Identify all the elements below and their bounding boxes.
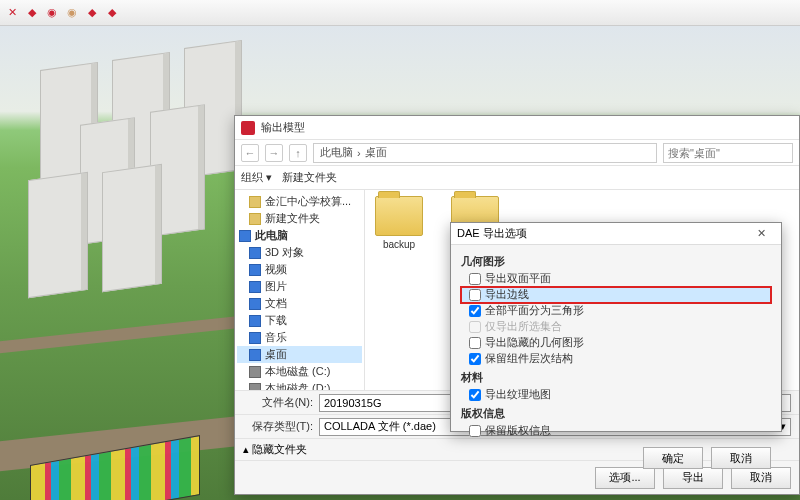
dialog-title: 输出模型 xyxy=(261,120,305,135)
section-header: 版权信息 xyxy=(461,406,771,421)
dialog-titlebar: 输出模型 xyxy=(235,116,799,140)
dialog-command-bar: 组织 ▾ 新建文件夹 xyxy=(235,166,799,190)
filetype-label: 保存类型(T): xyxy=(243,419,313,434)
tool-icon[interactable]: ✕ xyxy=(4,5,20,21)
option-checkbox-row[interactable]: 保留组件层次结构 xyxy=(461,351,771,367)
breadcrumb[interactable]: 此电脑 › 桌面 xyxy=(313,143,657,163)
tool-icon[interactable]: ◆ xyxy=(84,5,100,21)
checkbox xyxy=(469,321,481,333)
option-checkbox-row[interactable]: 全部平面分为三角形 xyxy=(461,303,771,319)
tree-node[interactable]: 本地磁盘 (D:) xyxy=(237,380,362,390)
dialog-navbar: ← → ↑ 此电脑 › 桌面 xyxy=(235,140,799,166)
option-checkbox-row[interactable]: 导出双面平面 xyxy=(461,271,771,287)
ok-button[interactable]: 确定 xyxy=(643,447,703,469)
tree-node[interactable]: 下载 xyxy=(237,312,362,329)
option-checkbox-row[interactable]: 导出隐藏的几何图形 xyxy=(461,335,771,351)
tree-node[interactable]: 金汇中心学校算... xyxy=(237,193,362,210)
main-toolbar: ✕ ◆ ◉ ◉ ◆ ◆ xyxy=(0,0,800,26)
tree-node[interactable]: 视频 xyxy=(237,261,362,278)
checkbox[interactable] xyxy=(469,353,481,365)
app-icon xyxy=(241,121,255,135)
hide-folders-toggle[interactable]: ▴ 隐藏文件夹 xyxy=(243,442,307,457)
tree-node[interactable]: 音乐 xyxy=(237,329,362,346)
checkbox[interactable] xyxy=(469,305,481,317)
tool-icon[interactable]: ◉ xyxy=(64,5,80,21)
tree-node[interactable]: 3D 对象 xyxy=(237,244,362,261)
options-title: DAE 导出选项 xyxy=(457,226,527,241)
checkbox[interactable] xyxy=(469,337,481,349)
close-button[interactable]: ✕ xyxy=(747,225,775,243)
folder-icon xyxy=(375,196,423,236)
checkbox[interactable] xyxy=(469,389,481,401)
section-header: 材料 xyxy=(461,370,771,385)
folder-item[interactable]: backup xyxy=(371,196,427,250)
tree-node[interactable]: 文档 xyxy=(237,295,362,312)
options-cancel-button[interactable]: 取消 xyxy=(711,447,771,469)
filename-label: 文件名(N): xyxy=(243,395,313,410)
dae-options-dialog: DAE 导出选项 ✕ 几何图形导出双面平面导出边线全部平面分为三角形仅导出所选集… xyxy=(450,222,782,432)
nav-forward-button[interactable]: → xyxy=(265,144,283,162)
option-checkbox-row[interactable]: 导出纹理地图 xyxy=(461,387,771,403)
search-input[interactable] xyxy=(663,143,793,163)
nav-up-button[interactable]: ↑ xyxy=(289,144,307,162)
section-header: 几何图形 xyxy=(461,254,771,269)
tree-group-pc[interactable]: 此电脑 xyxy=(237,227,362,244)
checkbox[interactable] xyxy=(469,273,481,285)
option-checkbox-row[interactable]: 保留版权信息 xyxy=(461,423,771,439)
tree-node[interactable]: 新建文件夹 xyxy=(237,210,362,227)
tool-icon[interactable]: ◆ xyxy=(104,5,120,21)
option-checkbox-row[interactable]: 导出边线 xyxy=(461,287,771,303)
tree-node[interactable]: 图片 xyxy=(237,278,362,295)
tool-icon[interactable]: ◉ xyxy=(44,5,60,21)
folder-tree[interactable]: 金汇中心学校算...新建文件夹此电脑3D 对象视频图片文档下载音乐桌面本地磁盘 … xyxy=(235,190,365,390)
tree-node[interactable]: 桌面 xyxy=(237,346,362,363)
option-checkbox-row: 仅导出所选集合 xyxy=(461,319,771,335)
nav-back-button[interactable]: ← xyxy=(241,144,259,162)
tool-icon[interactable]: ◆ xyxy=(24,5,40,21)
checkbox[interactable] xyxy=(469,425,481,437)
newfolder-button[interactable]: 新建文件夹 xyxy=(282,170,337,185)
organize-dropdown[interactable]: 组织 ▾ xyxy=(241,170,272,185)
checkbox[interactable] xyxy=(469,289,481,301)
tree-node[interactable]: 本地磁盘 (C:) xyxy=(237,363,362,380)
